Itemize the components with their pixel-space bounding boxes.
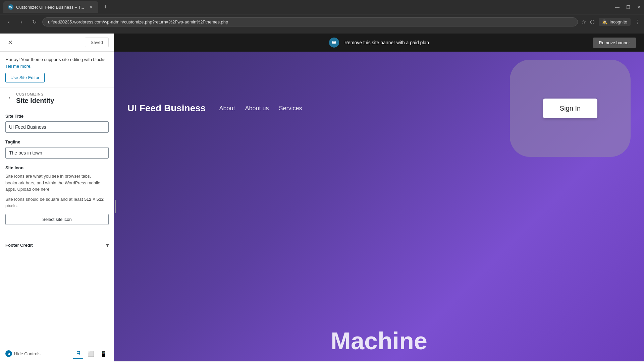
forward-button[interactable]: › <box>17 17 26 27</box>
footer-credit-label: Footer Credit <box>5 243 33 248</box>
site-preview: UI Feed Business About About us Services… <box>114 52 644 361</box>
chevron-down-icon: ▾ <box>106 242 109 248</box>
banner-text: Remove this site banner with a paid plan <box>344 40 429 45</box>
customizer-bottom-bar: ◀ Hide Controls 🖥 ⬜ 📱 <box>0 345 114 362</box>
tagline-group: Tagline <box>5 139 109 159</box>
nav-link-about[interactable]: About <box>219 105 235 112</box>
browser-titlebar: W Customize: UI Feed Business – T... ✕ +… <box>0 0 644 14</box>
main-layout: ✕ Saved Hurray! Your theme supports site… <box>0 34 644 362</box>
wp-top-banner: W Remove this site banner with a paid pl… <box>114 34 644 52</box>
wp-logo-icon: W <box>329 38 339 48</box>
url-text: uifeed20235.wordpress.com/wp-admin/custo… <box>48 19 228 24</box>
cast-icon[interactable]: ⬡ <box>590 19 595 25</box>
back-button[interactable]: ‹ <box>4 17 13 27</box>
site-editor-banner: Hurray! Your theme supports site editing… <box>0 52 114 87</box>
customizer-top-bar: ✕ Saved <box>0 34 114 52</box>
menu-icon[interactable]: ⋮ <box>635 19 640 25</box>
site-title-input[interactable] <box>5 121 109 133</box>
tablet-view-button[interactable]: ⬜ <box>86 349 96 359</box>
customizer-header: ‹ Customizing Site Identity <box>0 87 114 108</box>
tab-title: Customize: UI Feed Business – T... <box>16 5 84 10</box>
site-logo-text: UI Feed Business <box>127 103 206 114</box>
toolbar-icons: ☆ ⬡ 🕵 Incognito ⋮ <box>581 18 640 26</box>
site-icon-description: Site Icons are what you see in browser t… <box>5 173 109 193</box>
browser-chrome: W Customize: UI Feed Business – T... ✕ +… <box>0 0 644 34</box>
star-icon[interactable]: ☆ <box>581 19 586 25</box>
sign-in-area: Sign In <box>510 60 631 157</box>
browser-tab[interactable]: W Customize: UI Feed Business – T... ✕ <box>3 1 98 13</box>
sign-in-button[interactable]: Sign In <box>543 99 597 118</box>
tab-close-icon[interactable]: ✕ <box>88 4 94 10</box>
use-site-editor-button[interactable]: Use Site Editor <box>5 73 45 82</box>
incognito-label: Incognito <box>609 19 627 24</box>
reload-button[interactable]: ↻ <box>30 17 39 27</box>
device-buttons: 🖥 ⬜ 📱 <box>73 349 109 359</box>
mobile-view-button[interactable]: 📱 <box>99 349 109 359</box>
nav-link-services[interactable]: Services <box>279 105 302 112</box>
resize-handle[interactable] <box>114 52 117 361</box>
customizer-scrollable[interactable]: ‹ Customizing Site Identity Site Title T… <box>0 87 114 362</box>
incognito-icon: 🕵 <box>602 19 607 24</box>
machine-text: Machine <box>331 327 427 355</box>
maximize-button[interactable]: ❐ <box>626 5 630 10</box>
incognito-badge: 🕵 Incognito <box>599 18 631 26</box>
hide-controls-label: Hide Controls <box>14 351 41 356</box>
block-support-text: Hurray! Your theme supports site editing… <box>5 57 107 62</box>
preview-panel: W Remove this site banner with a paid pl… <box>114 34 644 362</box>
site-icon-section: Site Icon Site Icons are what you see in… <box>5 165 109 225</box>
wp-tab-icon: W <box>8 4 13 10</box>
back-button[interactable]: ‹ <box>5 93 14 103</box>
minimize-button[interactable]: — <box>615 5 620 10</box>
site-title-group: Site Title <box>5 114 109 133</box>
sign-in-blob: Sign In <box>510 60 631 157</box>
select-site-icon-button[interactable]: Select site icon <box>5 214 109 225</box>
remove-banner-button[interactable]: Remove banner <box>593 38 636 48</box>
window-controls: — ❐ ✕ <box>615 5 641 10</box>
close-window-button[interactable]: ✕ <box>637 5 641 10</box>
site-icon-requirement: Site Icons should be square and at least… <box>5 196 109 209</box>
site-icon-label: Site Icon <box>5 165 109 170</box>
close-customizer-button[interactable]: ✕ <box>5 38 15 47</box>
tagline-label: Tagline <box>5 139 109 144</box>
section-title: Site Identity <box>16 97 109 105</box>
address-bar[interactable]: uifeed20235.wordpress.com/wp-admin/custo… <box>42 17 578 26</box>
tell-more-link[interactable]: Tell me more. <box>5 64 32 69</box>
hide-controls-icon: ◀ <box>5 350 12 357</box>
hide-controls-button[interactable]: ◀ Hide Controls <box>5 350 41 357</box>
customizer-body: Site Title Tagline Site Icon Site Icons … <box>0 108 114 237</box>
browser-toolbar: ‹ › ↻ uifeed20235.wordpress.com/wp-admin… <box>0 14 644 29</box>
site-title-label: Site Title <box>5 114 109 119</box>
new-tab-button[interactable]: + <box>101 2 110 12</box>
saved-status: Saved <box>85 38 109 47</box>
tagline-input[interactable] <box>5 147 109 159</box>
footer-credit-row[interactable]: Footer Credit ▾ <box>0 237 114 253</box>
desktop-view-button[interactable]: 🖥 <box>73 349 83 359</box>
nav-link-about-us[interactable]: About us <box>245 105 269 112</box>
site-nav: UI Feed Business About About us Services… <box>114 52 644 165</box>
customizer-panel: ✕ Saved Hurray! Your theme supports site… <box>0 34 114 362</box>
customizing-label: Customizing <box>16 92 109 96</box>
site-nav-links: About About us Services <box>219 105 302 112</box>
